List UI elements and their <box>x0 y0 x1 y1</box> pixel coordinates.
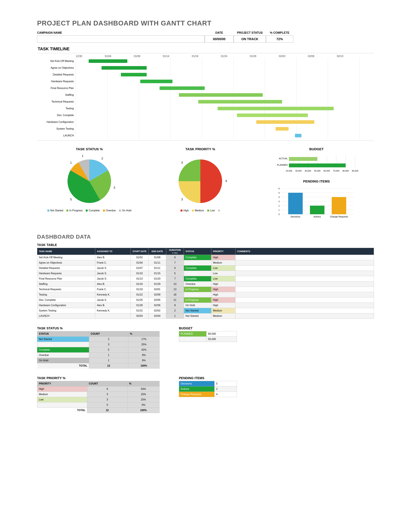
svg-text:70,000: 70,000 <box>333 170 339 172</box>
gantt-row: Set Kick-Off Meeting <box>37 58 374 65</box>
date-label: DATE <box>205 31 234 35</box>
page-title: PROJECT PLAN DASHBOARD WITH GANTT CHART <box>37 19 374 27</box>
legend-item: In Progress <box>66 209 83 212</box>
svg-text:Change Requests: Change Requests <box>330 215 348 218</box>
date-value[interactable]: 00/00/00 <box>205 36 234 43</box>
svg-text:30,000: 30,000 <box>295 170 302 172</box>
legend-item: Not Started <box>47 209 63 212</box>
svg-text:3: 3 <box>181 198 183 201</box>
gantt-bar <box>121 73 147 76</box>
gantt-bar <box>159 86 205 90</box>
task-status-chart: TASK STATUS % 23511 Not StartedIn Progre… <box>37 147 141 221</box>
dashboard-data-title: DASHBOARD DATA <box>37 234 374 240</box>
table-row: In Progress325% <box>37 342 159 347</box>
svg-text:6: 6 <box>225 180 227 183</box>
bar <box>288 193 303 214</box>
svg-text:PLANNED: PLANNED <box>277 164 288 166</box>
table-row: Technical RequestsFrank C.01/1902/0113In… <box>37 287 374 292</box>
legend-item: High <box>180 209 189 212</box>
pending-table: Decisions5Actions2Change Requests4 <box>179 381 237 397</box>
gantt-bar <box>218 107 334 110</box>
gantt-row: Detailed Requests <box>37 71 374 78</box>
legend-item: Medium <box>192 209 204 212</box>
table-row: Detailed RequestsJacob S.01/0701/114Comp… <box>37 266 374 271</box>
budget-table: PLANNED80,000ACTUAL50,000 <box>179 331 237 342</box>
gantt-row: Testing <box>37 105 374 112</box>
svg-text:50,000: 50,000 <box>314 170 321 172</box>
pct-value: 72% <box>266 36 293 43</box>
gantt-bar <box>256 120 314 124</box>
svg-text:60,000: 60,000 <box>324 170 330 172</box>
legend-item: Low <box>207 209 215 212</box>
gantt-bar <box>89 59 127 63</box>
gantt-row: Staffing <box>37 92 374 98</box>
gantt-bar <box>102 66 147 70</box>
legend-item: On Hold <box>119 209 131 212</box>
gantt-row: Agree on Objectives <box>37 65 374 71</box>
table-row: Hardware ConfigurationAlex B.01/2802/069… <box>37 303 374 308</box>
table-row: Final Resource PlanJacob S.01/1301/207Co… <box>37 276 374 282</box>
svg-text:2: 2 <box>102 157 103 160</box>
svg-text:Actions: Actions <box>314 215 321 218</box>
table-row: StaffingAlex B.01/1601/2913OverdueHigh <box>37 282 374 287</box>
gantt-row: Hardware Configuration <box>37 119 374 125</box>
svg-text:6: 6 <box>279 187 280 190</box>
gantt-row: Hardware Requests <box>37 78 374 85</box>
header-row: CAMPAIGN NAME DATE 00/00/00 PROJECT STAT… <box>37 30 374 43</box>
svg-text:1: 1 <box>279 209 280 211</box>
bar <box>289 163 346 167</box>
svg-text:20,000: 20,000 <box>286 170 292 172</box>
gantt-row: LAUNCH <box>37 132 374 139</box>
gantt-bar <box>295 134 301 137</box>
svg-text:3: 3 <box>114 186 115 189</box>
priority-table-title: TASK PRIORITY % <box>37 376 159 380</box>
bar <box>332 197 346 214</box>
campaign-label: CAMPAIGN NAME <box>37 31 205 35</box>
gantt-chart: 12/3001/0401/0901/1401/1901/2401/2902/03… <box>37 53 374 141</box>
status-label: PROJECT STATUS <box>234 31 266 35</box>
status-table: STATUSCOUNT%Not Started217%In Progress32… <box>37 331 159 369</box>
svg-text:90,000: 90,000 <box>352 170 358 172</box>
task-table-title: TASK TABLE <box>37 243 374 247</box>
table-row: Overdue18% <box>37 352 159 358</box>
status-value: ON TRACK <box>234 36 266 43</box>
table-row: High650% <box>37 386 159 392</box>
budget-table-title: BUDGET <box>179 326 237 330</box>
svg-text:1: 1 <box>70 161 72 164</box>
bar <box>310 206 325 214</box>
table-row: LAUNCH02/0302/041Not StartedMedium <box>37 314 374 319</box>
chart-legend: Not StartedIn ProgressCompleteOverdueOn … <box>47 209 131 212</box>
table-row: TestingKennedy K.01/2202/0918In Progress… <box>37 292 374 297</box>
svg-text:0: 0 <box>279 213 280 216</box>
gantt-row: Dev. Complete <box>37 112 374 119</box>
gantt-bar <box>276 127 289 131</box>
table-row: Not Started217% <box>37 337 159 342</box>
gantt-row: Technical Requests <box>37 98 374 105</box>
svg-text:80,000: 80,000 <box>343 170 349 172</box>
campaign-value[interactable] <box>37 36 205 43</box>
gantt-bar <box>179 93 263 97</box>
gantt-bar <box>198 100 282 104</box>
budget-and-pending: BUDGET 20,00030,00040,00050,00060,00070,… <box>259 147 374 221</box>
gantt-bar <box>140 80 172 83</box>
pie-slice <box>200 160 222 203</box>
chart-title: BUDGET <box>309 147 324 151</box>
task-priority-chart: TASK PRIORITY % 633 HighMediumLow <box>148 147 252 221</box>
svg-text:Decisions: Decisions <box>291 215 300 218</box>
table-row: Set Kick-Off MeetingAlex B.01/0201/086Co… <box>37 255 374 260</box>
chart-title: PENDING ITEMS <box>303 180 330 183</box>
gantt-bar <box>237 114 308 117</box>
task-table: TASK NAMEASSIGNED TOSTART DATEEND DATEDU… <box>37 248 374 319</box>
svg-text:5: 5 <box>279 192 280 194</box>
table-row: On Hold18% <box>37 358 159 363</box>
svg-text:40,000: 40,000 <box>305 170 311 172</box>
gantt-row: Final Resource Plan <box>37 85 374 92</box>
table-row: Agree on ObjectivesFrank C.01/0401/117Co… <box>37 260 374 266</box>
chart-legend: HighMediumLow <box>180 209 220 212</box>
table-row: Medium325% <box>37 392 159 397</box>
legend-item <box>218 209 220 212</box>
gantt-row: System Testing <box>37 125 374 132</box>
svg-text:ACTUAL: ACTUAL <box>279 157 288 160</box>
table-row: Decisions5 <box>179 381 237 386</box>
priority-table: PRIORITYCOUNT%High650%Medium325%Low325%0… <box>37 381 159 413</box>
